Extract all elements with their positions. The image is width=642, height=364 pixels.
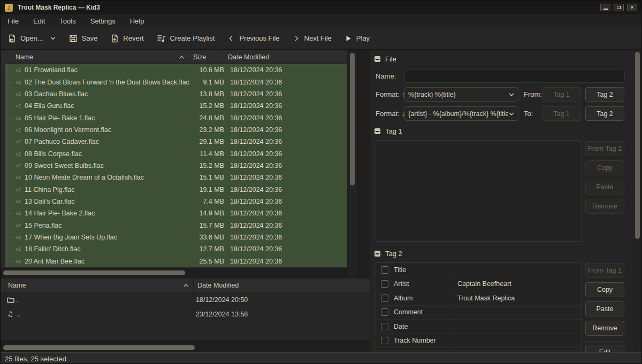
- field-checkbox[interactable]: [381, 280, 388, 288]
- scrollbar-thumb[interactable]: [3, 345, 195, 350]
- table-row[interactable]: v2 11 China Pig.flac 19.1 MB 18/12/2024 …: [5, 183, 347, 195]
- table-row[interactable]: v2 06 Moonlight on Vermont.flac 23.2 MB …: [5, 124, 347, 136]
- file-section-header[interactable]: File: [374, 55, 396, 63]
- tag2-section-header[interactable]: Tag 2: [374, 250, 402, 258]
- table-row[interactable]: v2 15 Pena.flac 15.7 MB 18/12/2024 20:36: [5, 219, 347, 231]
- field-checkbox[interactable]: [381, 308, 388, 316]
- tag1-field-table[interactable]: [374, 140, 582, 242]
- folder-list-horizontal-scrollbar[interactable]: [1, 345, 369, 351]
- field-value[interactable]: [452, 320, 582, 334]
- menu-settings[interactable]: Settings: [90, 17, 116, 25]
- column-header-date[interactable]: Date Modified: [193, 278, 370, 292]
- table-row[interactable]: v2 13 Dali's Car.flac 7.4 MB 18/12/2024 …: [5, 196, 347, 207]
- file-name: 13 Dali's Car.flac: [25, 198, 193, 205]
- table-row[interactable]: v2 14 Hair Pie- Bake 2.flac 14.9 MB 18/1…: [5, 207, 347, 219]
- tag2-from-tag1-button[interactable]: From Tag 1: [585, 263, 624, 278]
- tree-branch-icon: [7, 231, 15, 243]
- play-button[interactable]: Play: [345, 34, 370, 42]
- app-icon: ♪: [5, 4, 13, 12]
- column-header-name[interactable]: Name: [1, 50, 189, 64]
- next-file-button[interactable]: Next File: [293, 34, 332, 42]
- tag-field-row[interactable]: Date: [374, 320, 582, 334]
- create-playlist-button[interactable]: Create Playlist: [157, 34, 215, 43]
- tag1-from-tag2-button[interactable]: From Tag 2: [585, 141, 624, 156]
- tag1-section-header[interactable]: Tag 1: [374, 127, 402, 135]
- close-button[interactable]: ✕: [627, 4, 637, 11]
- revert-button[interactable]: Revert: [110, 34, 143, 43]
- tag-field-row[interactable]: Track Number: [374, 334, 582, 348]
- scrollbar-thumb[interactable]: [350, 53, 355, 185]
- previous-file-button[interactable]: Previous File: [227, 34, 279, 42]
- open-dropdown-button[interactable]: [50, 35, 56, 42]
- collapse-icon[interactable]: [374, 128, 380, 134]
- file-date: 18/12/2024 20:36: [228, 258, 347, 265]
- table-row[interactable]: v2 07 Pachuco Cadaver.flac 29.1 MB 18/12…: [5, 136, 347, 148]
- table-row[interactable]: v2 18 Fallin' Ditch.flac 12.7 MB 18/12/2…: [5, 243, 347, 255]
- table-row[interactable]: v2 05 Hair Pie- Bake 1.flac 24.8 MB 18/1…: [5, 112, 347, 123]
- field-checkbox[interactable]: [381, 295, 388, 302]
- to-tag2-button[interactable]: Tag 2: [585, 106, 624, 121]
- collapse-icon[interactable]: [374, 56, 380, 62]
- file-size: 7.4 MB: [193, 198, 228, 205]
- file-name: 18 Fallin' Ditch.flac: [25, 245, 193, 253]
- column-header-size[interactable]: Size: [189, 50, 224, 64]
- maximize-button[interactable]: [614, 4, 624, 11]
- tag2-copy-button[interactable]: Copy: [585, 282, 624, 297]
- table-row[interactable]: v2 01 Frownland.flac 10.6 MB 18/12/2024 …: [5, 64, 347, 76]
- tag2-remove-button[interactable]: Remove: [585, 321, 624, 336]
- filename-input[interactable]: [404, 69, 625, 83]
- from-tag1-button[interactable]: Tag 1: [542, 87, 581, 102]
- field-checkbox[interactable]: [381, 266, 388, 274]
- column-header-date[interactable]: Date Modified: [224, 50, 347, 64]
- table-row[interactable]: v2 17 When Big Joan Sets Up.flac 33.6 MB…: [5, 231, 347, 243]
- field-value[interactable]: Trout Mask Replica: [452, 291, 582, 305]
- table-row[interactable]: v2 20 Ant Man Bee.flac 25.5 MB 18/12/202…: [5, 255, 347, 267]
- list-item[interactable]: . 18/12/2024 20:50: [1, 292, 370, 307]
- to-tag1-button[interactable]: Tag 1: [542, 106, 581, 121]
- field-value[interactable]: [452, 263, 582, 277]
- format-to-filename-combobox[interactable]: {artist} - %{album}/%{track} %{title}: [404, 106, 518, 121]
- tag2-edit-button[interactable]: Edit: [585, 345, 624, 352]
- tree-branch-icon: [7, 148, 15, 159]
- tag-panel-vertical-scrollbar[interactable]: [634, 50, 641, 351]
- table-row[interactable]: v2 02 The Dust Blows Forward 'n the Dust…: [5, 76, 347, 88]
- menu-tools[interactable]: Tools: [59, 17, 75, 25]
- tag-field-row[interactable]: Album Trout Mask Replica: [374, 291, 582, 306]
- table-row[interactable]: v2 10 Neon Meate Dream of a Octafish.fla…: [5, 172, 347, 183]
- minimize-icon: [603, 9, 608, 10]
- tag-field-row[interactable]: Title: [374, 263, 582, 277]
- open-button[interactable]: Open...: [7, 34, 43, 43]
- file-list-horizontal-scrollbar[interactable]: [1, 270, 347, 276]
- table-row[interactable]: v2 04 Ella Guru.flac 15.2 MB 18/12/2024 …: [5, 100, 347, 112]
- tag2-paste-button[interactable]: Paste: [585, 301, 624, 316]
- scrollbar-thumb[interactable]: [3, 270, 185, 275]
- menu-edit[interactable]: Edit: [33, 17, 45, 25]
- list-item[interactable]: ♫ .. 23/12/2024 13:58: [1, 307, 370, 321]
- field-checkbox[interactable]: [381, 323, 388, 330]
- save-button[interactable]: Save: [69, 34, 98, 43]
- tag1-copy-button[interactable]: Copy: [585, 160, 624, 175]
- field-value[interactable]: [452, 334, 582, 348]
- from-tag2-button[interactable]: Tag 2: [585, 87, 624, 102]
- collapse-icon[interactable]: [374, 251, 380, 257]
- tag1-paste-button[interactable]: Paste: [585, 180, 624, 195]
- minimize-button[interactable]: [600, 4, 610, 11]
- table-row[interactable]: v2 08 Bills Corpse.flac 11.4 MB 18/12/20…: [5, 148, 347, 159]
- menu-file[interactable]: File: [7, 17, 19, 25]
- scrollbar-thumb[interactable]: [635, 52, 640, 239]
- file-list-vertical-scrollbar[interactable]: [348, 51, 357, 275]
- menu-help[interactable]: Help: [130, 17, 144, 25]
- tag-field-row[interactable]: Comment: [374, 306, 582, 320]
- table-row[interactable]: v2 03 Dachau Blues.flac 13.8 MB 18/12/20…: [5, 88, 347, 100]
- column-header-name[interactable]: Name: [1, 278, 193, 292]
- format-down-label: Format: ↓: [376, 110, 405, 118]
- title-bar[interactable]: ♪ Trout Mask Replica — Kid3 ✕: [1, 1, 641, 14]
- field-value[interactable]: [452, 306, 582, 320]
- field-value[interactable]: Captain Beefheart: [452, 277, 582, 291]
- tag-field-row[interactable]: Artist Captain Beefheart: [374, 277, 582, 292]
- file-date: 18/12/2024 20:36: [228, 222, 347, 229]
- format-from-filename-combobox[interactable]: %{track} %{title}: [404, 87, 518, 102]
- field-checkbox[interactable]: [381, 337, 388, 344]
- tag1-remove-button[interactable]: Remove: [585, 199, 624, 214]
- table-row[interactable]: v2 09 Sweet Sweet Bulbs.flac 15.2 MB 18/…: [5, 160, 347, 172]
